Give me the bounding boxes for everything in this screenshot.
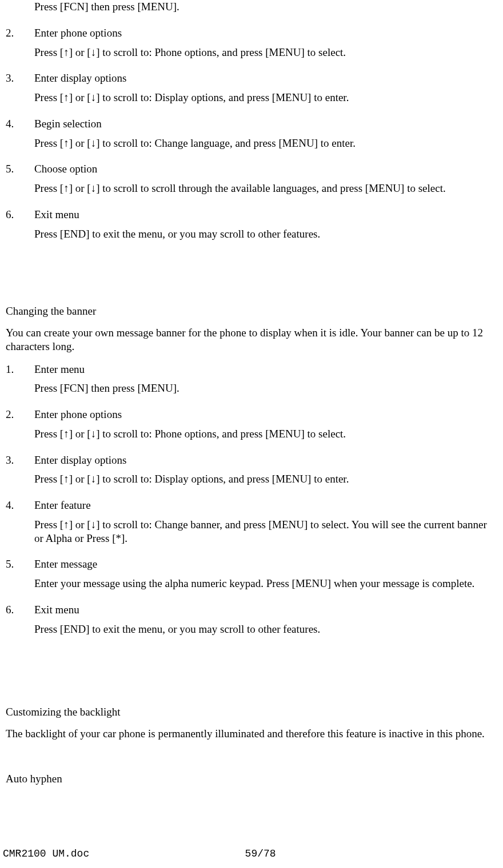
step-number: 3. [3,453,34,493]
step-number: 6. [3,603,34,643]
step-body: Enter phone options Press [↑] or [↓] to … [34,26,500,66]
step-body: Enter phone options Press [↑] or [↓] to … [34,408,500,448]
step-body: Enter menu Press [FCN] then press [MENU]… [34,363,500,403]
step-detail: Press [↑] or [↓] to scroll to: Display o… [34,472,494,486]
step-body: Enter feature Press [↑] or [↓] to scroll… [34,499,500,552]
step-body: Enter display options Press [↑] or [↓] t… [34,453,500,493]
step-title: Enter feature [34,499,494,512]
step-title: Enter message [34,557,494,571]
step-item: 5. Choose option Press [↑] or [↓] to scr… [3,162,500,202]
step-title: Enter menu [34,363,494,376]
step-detail: Press [END] to exit the menu, or you may… [34,622,494,636]
section-heading-banner: Changing the banner [3,304,500,318]
step-body: Exit menu Press [END] to exit the menu, … [34,208,500,248]
step-number: 4. [3,499,34,552]
step-number: 5. [3,557,34,597]
section-heading-backlight: Customizing the backlight [3,705,500,719]
step-body: Press [FCN] then press [MENU]. [34,0,500,21]
step-number: 2. [3,26,34,66]
step-detail: Press [↑] or [↓] to scroll to scroll thr… [34,182,494,195]
step-number: 1. [3,363,34,403]
step-detail: Press [↑] or [↓] to scroll to: Phone opt… [34,46,494,59]
step-title: Exit menu [34,208,494,222]
step-number: 5. [3,162,34,202]
step-title: Enter phone options [34,408,494,421]
step-title: Choose option [34,162,494,176]
step-item: 5. Enter message Enter your message usin… [3,557,500,597]
step-title: Enter phone options [34,26,494,40]
step-item: Press [FCN] then press [MENU]. [3,0,500,21]
step-item: 1. Enter menu Press [FCN] then press [ME… [3,363,500,403]
section-text: You can create your own message banner f… [3,326,500,353]
step-title: Begin selection [34,117,494,131]
footer-page: 59/78 [89,847,500,861]
page-footer: CMR2100 UM.doc 59/78 [3,847,500,861]
step-title: Exit menu [34,603,494,617]
step-item: 3. Enter display options Press [↑] or [↓… [3,453,500,493]
step-detail: Press [FCN] then press [MENU]. [34,0,494,14]
step-title: Enter display options [34,453,494,467]
step-item: 2. Enter phone options Press [↑] or [↓] … [3,408,500,448]
step-body: Enter message Enter your message using t… [34,557,500,597]
section-heading-autohyphen: Auto hyphen [3,772,500,786]
step-body: Exit menu Press [END] to exit the menu, … [34,603,500,643]
step-detail: Press [↑] or [↓] to scroll to: Change la… [34,136,494,150]
step-number: 2. [3,408,34,448]
step-item: 6. Exit menu Press [END] to exit the men… [3,603,500,643]
step-item: 3. Enter display options Press [↑] or [↓… [3,71,500,111]
step-body: Enter display options Press [↑] or [↓] t… [34,71,500,111]
step-item: 4. Enter feature Press [↑] or [↓] to scr… [3,499,500,552]
step-title: Enter display options [34,71,494,85]
step-item: 6. Exit menu Press [END] to exit the men… [3,208,500,248]
step-detail: Press [END] to exit the menu, or you may… [34,227,494,241]
step-number: 3. [3,71,34,111]
document-page: Press [FCN] then press [MENU]. 2. Enter … [0,0,503,868]
step-detail: Press [↑] or [↓] to scroll to: Phone opt… [34,427,494,441]
step-body: Choose option Press [↑] or [↓] to scroll… [34,162,500,202]
step-body: Begin selection Press [↑] or [↓] to scro… [34,117,500,157]
step-number: 6. [3,208,34,248]
step-item: 4. Begin selection Press [↑] or [↓] to s… [3,117,500,157]
footer-docname: CMR2100 UM.doc [3,847,89,861]
step-item: 2. Enter phone options Press [↑] or [↓] … [3,26,500,66]
step-detail: Press [↑] or [↓] to scroll to: Change ba… [34,518,494,545]
step-number: 4. [3,117,34,157]
step-number [3,0,34,21]
section-text: The backlight of your car phone is perma… [3,727,500,741]
step-detail: Press [↑] or [↓] to scroll to: Display o… [34,91,494,105]
step-detail: Press [FCN] then press [MENU]. [34,381,494,395]
step-detail: Enter your message using the alpha numer… [34,577,494,590]
